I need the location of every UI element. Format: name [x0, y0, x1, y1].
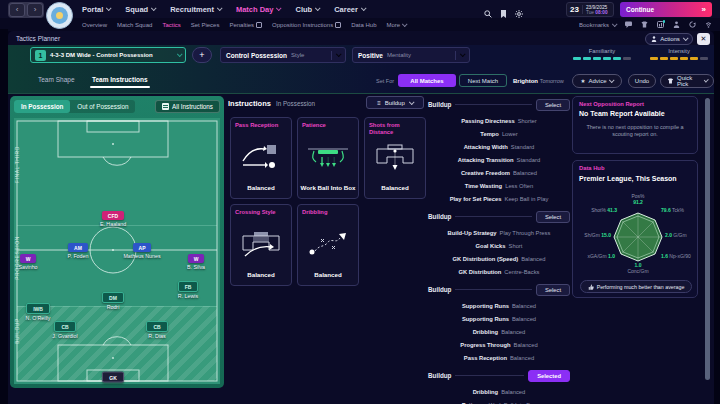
menu-recruitment[interactable]: Recruitment: [170, 5, 221, 14]
all-matches-button[interactable]: All Matches: [398, 74, 456, 87]
instruction-row[interactable]: DribblingBalanced: [428, 384, 570, 397]
instruction-card-dribbling[interactable]: Dribbling Balanced: [297, 204, 359, 286]
instruction-card-crossing-style[interactable]: Crossing Style Balanced: [230, 204, 292, 286]
position-badge[interactable]: CB: [54, 321, 75, 332]
instruction-row[interactable]: GK DistributionCentre-Backs: [428, 264, 570, 277]
performance-badge[interactable]: Performing much better than average: [580, 280, 692, 293]
position-badge[interactable]: W: [188, 254, 205, 263]
position-badge[interactable]: CB: [146, 321, 167, 332]
menu-portal[interactable]: Portal: [82, 5, 110, 14]
chevron-down-icon: [609, 77, 615, 83]
instruction-row[interactable]: Supporting RunsBalanced: [428, 311, 570, 324]
all-instructions-button[interactable]: All Instructions: [155, 100, 220, 113]
undo-button[interactable]: Undo: [628, 74, 656, 88]
player-p-foden[interactable]: AMP. Foden: [58, 243, 98, 259]
add-tactic-button[interactable]: +: [192, 47, 212, 63]
buildup-group-header: BuildupSelect: [428, 210, 570, 223]
tab-out-of-possession[interactable]: Out of Possession: [70, 100, 135, 113]
mentality-suffix: Mentality: [387, 52, 411, 58]
instruction-card-patience[interactable]: Patience Work Ball Into Box: [297, 117, 359, 199]
menu-club[interactable]: Club: [295, 5, 319, 14]
instruction-row[interactable]: Play for Set PiecesKeep Ball in Play: [428, 191, 570, 204]
instruction-card-pass-reception[interactable]: Pass Reception Balanced: [230, 117, 292, 199]
select-button[interactable]: Select: [536, 211, 570, 223]
player-savinho[interactable]: WSavinho: [10, 254, 48, 270]
date-time: 08:00: [595, 10, 607, 15]
player-r-dias[interactable]: CBR. Dias: [137, 321, 177, 339]
instruction-row[interactable]: GK Distribution (Speed)Balanced: [428, 251, 570, 264]
menu-squad[interactable]: Squad: [125, 5, 155, 14]
player-rodri[interactable]: DMRodri: [93, 292, 133, 310]
advice-button[interactable]: ★Advice: [572, 74, 622, 88]
next-match-button[interactable]: Next Match: [459, 74, 507, 87]
instruction-row[interactable]: Pass ReceptionBalanced: [428, 350, 570, 363]
select-button[interactable]: Select: [536, 284, 570, 296]
bookmarks-dropdown[interactable]: Bookmarks: [579, 22, 616, 28]
position-badge[interactable]: IWB: [26, 303, 50, 314]
subnav-opposition-instructions[interactable]: Opposition Instructions: [272, 22, 341, 28]
position-badge[interactable]: W: [20, 254, 37, 263]
chat-icon[interactable]: [625, 21, 632, 28]
selected-button[interactable]: Selected: [528, 370, 570, 382]
position-badge[interactable]: AP: [133, 243, 152, 252]
instruction-row[interactable]: Attacking WidthStandard: [428, 139, 570, 152]
player-matheus-nunes[interactable]: APMatheus Nunes: [122, 243, 162, 259]
sync-icon[interactable]: [689, 21, 696, 28]
player-b-silva[interactable]: WB. Silva: [176, 254, 216, 270]
vertical-scrollbar[interactable]: [705, 98, 710, 380]
style-selector[interactable]: Control Possession Style: [220, 47, 346, 63]
position-badge[interactable]: GK: [102, 372, 124, 383]
select-button[interactable]: Select: [536, 99, 570, 111]
player-n-o-reilly[interactable]: IWBN. O'Reilly: [18, 303, 58, 321]
position-badge[interactable]: DM: [102, 292, 124, 303]
forward-button[interactable]: ›: [27, 3, 43, 17]
next-opponent[interactable]: Brighton Tomorrow: [513, 78, 564, 84]
instruction-row[interactable]: Creative FreedomBalanced: [428, 165, 570, 178]
instruction-row[interactable]: Supporting RunsBalanced: [428, 298, 570, 311]
instruction-group-dropdown[interactable]: ≡ Buildup: [366, 96, 424, 109]
instruction-row[interactable]: Goal KicksShort: [428, 238, 570, 251]
close-icon[interactable]: ✕: [697, 33, 710, 45]
actions-button[interactable]: Actions: [645, 33, 693, 45]
tab-in-possession[interactable]: In Possession: [14, 100, 70, 113]
shirt-icon[interactable]: [641, 21, 648, 28]
instruction-row[interactable]: Build-Up StrategyPlay Through Press: [428, 225, 570, 238]
position-badge[interactable]: FB: [178, 281, 199, 292]
quick-pick-button[interactable]: Quick Pick: [660, 74, 714, 88]
back-button[interactable]: ‹: [9, 3, 25, 17]
player-j-gvardiol[interactable]: CBJ. Gvardiol: [45, 321, 85, 339]
pitch-field[interactable]: FINAL THIRD PROGRESSION BUILDUP CFDE. Ha…: [14, 118, 220, 384]
subnav-set-pieces[interactable]: Set Pieces: [191, 22, 220, 28]
report-icon[interactable]: [657, 21, 664, 28]
instruction-row[interactable]: TempoLower: [428, 126, 570, 139]
instruction-row[interactable]: Time WastingLess Often: [428, 178, 570, 191]
subnav-more[interactable]: More: [386, 22, 406, 28]
continue-button[interactable]: Continue »: [620, 2, 712, 17]
game-date[interactable]: 23 23/9/2025 Tue 08:00: [566, 2, 614, 17]
subnav-tactics[interactable]: Tactics: [162, 22, 180, 28]
position-badge[interactable]: CFD: [102, 211, 124, 220]
instruction-row[interactable]: PatienceWork Ball Into Box: [428, 397, 570, 404]
subnav-data-hub[interactable]: Data Hub: [351, 22, 376, 28]
subnav-penalties[interactable]: Penalties: [229, 22, 262, 28]
tab-team-shape[interactable]: Team Shape: [38, 76, 75, 83]
instruction-row[interactable]: Progress ThroughBalanced: [428, 337, 570, 350]
club-crest-icon[interactable]: [46, 2, 73, 29]
tab-team-instructions[interactable]: Team Instructions: [92, 76, 148, 83]
instruction-row[interactable]: DribblingBalanced: [428, 324, 570, 337]
subnav-overview[interactable]: Overview: [82, 22, 107, 28]
mentality-selector[interactable]: Positive Mentality: [352, 47, 470, 63]
tactic-selector[interactable]: 1 4-3-3 DM Wide - Control Possession: [30, 47, 186, 63]
instruction-row[interactable]: Passing DirectnessShorter: [428, 113, 570, 126]
instruction-row[interactable]: Attacking TransitionStandard: [428, 152, 570, 165]
instruction-card-shots-from-distance[interactable]: Shots from Distance Balanced: [364, 117, 426, 199]
player-gk[interactable]: GK: [93, 372, 133, 383]
menu-career[interactable]: Career: [334, 5, 365, 14]
menu-match-day[interactable]: Match Day: [236, 5, 281, 14]
person-icon[interactable]: [673, 21, 680, 28]
player-e-haaland[interactable]: CFDE. Haaland: [93, 211, 133, 227]
signal-icon[interactable]: [705, 21, 712, 28]
player-r-lewis[interactable]: FBR. Lewis: [168, 281, 208, 299]
subnav-match-squad[interactable]: Match Squad: [117, 22, 152, 28]
position-badge[interactable]: AM: [68, 243, 88, 252]
